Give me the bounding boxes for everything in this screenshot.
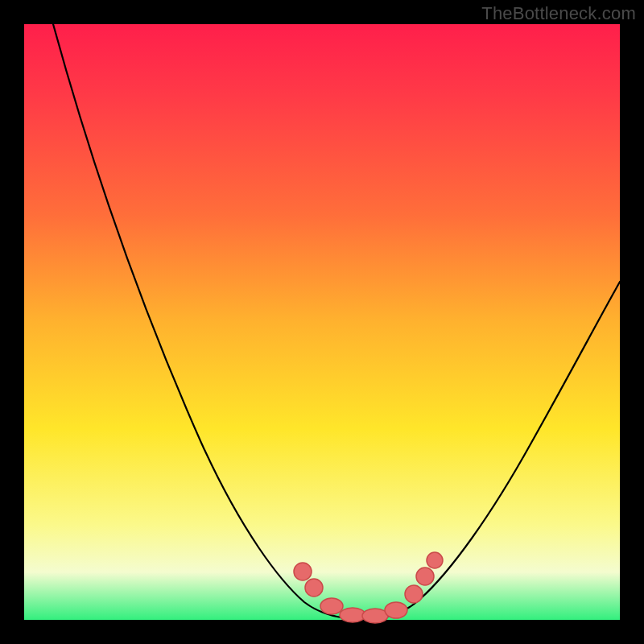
marker: [416, 568, 434, 585]
marker: [362, 609, 388, 623]
marker: [385, 602, 407, 618]
chart-frame: TheBottleneck.com: [0, 0, 644, 644]
marker: [320, 598, 343, 614]
marker: [427, 552, 443, 568]
curve-right: [362, 282, 620, 619]
marker: [305, 579, 323, 597]
marker: [294, 563, 312, 580]
plot-area: [24, 24, 620, 620]
watermark-text: TheBottleneck.com: [481, 3, 636, 24]
curve-left: [53, 24, 362, 619]
marker: [340, 608, 365, 622]
marker: [405, 585, 423, 603]
curve-svg: [24, 24, 620, 620]
